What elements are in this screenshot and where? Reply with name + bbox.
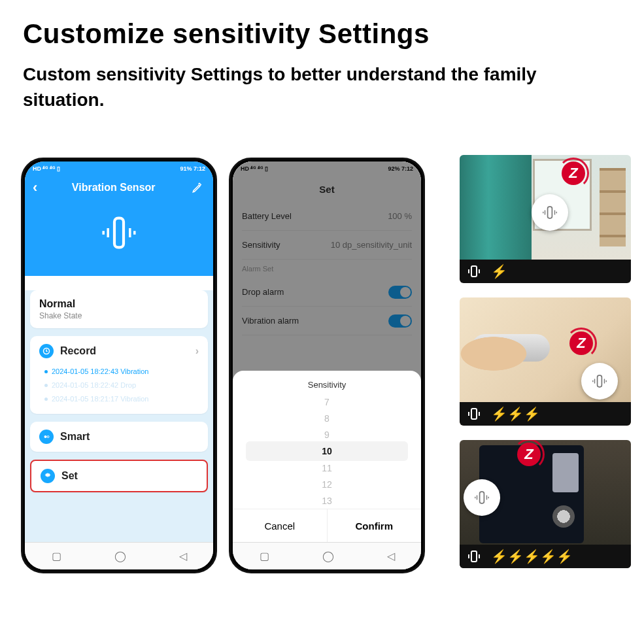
status-left: HD ⁴ᴳ ⁴ᴳ ▯ bbox=[33, 165, 60, 172]
scene-tile-door: Z ⚡⚡⚡ bbox=[460, 297, 631, 426]
page-title: Vibration Sensor bbox=[72, 182, 156, 194]
svg-rect-30 bbox=[471, 551, 477, 562]
state-value: Normal bbox=[39, 298, 199, 310]
state-label: Shake State bbox=[39, 311, 199, 320]
picker-option[interactable]: 13 bbox=[233, 492, 421, 509]
chevron-right-icon: › bbox=[195, 345, 199, 357]
bolt-icon: ⚡ bbox=[491, 264, 507, 279]
android-navbar[interactable]: ▢ ◯ ◁ bbox=[233, 542, 421, 569]
android-navbar[interactable]: ▢ ◯ ◁ bbox=[25, 542, 213, 569]
vibration-sensor-icon bbox=[464, 479, 500, 516]
bolt-row: ⚡ bbox=[491, 263, 507, 279]
nav-back-icon[interactable]: ◁ bbox=[179, 550, 187, 562]
status-right: 91% 7:12 bbox=[180, 165, 205, 172]
svg-point-7 bbox=[47, 436, 49, 438]
svg-point-6 bbox=[44, 435, 47, 438]
record-label: Record bbox=[60, 345, 96, 357]
vibration-line-icon bbox=[466, 549, 482, 564]
state-card: Normal Shake State bbox=[30, 290, 208, 328]
svg-rect-9 bbox=[548, 207, 552, 219]
hero-subtitle: Custom sensitivity Settings to better un… bbox=[23, 61, 621, 112]
vibration-sensor-icon bbox=[581, 363, 618, 399]
picker-option[interactable]: 8 bbox=[233, 411, 421, 427]
sensitivity-picker[interactable]: 78910111213 bbox=[233, 394, 421, 509]
bolt-icon: ⚡ bbox=[507, 407, 524, 421]
bolt-icon: ⚡ bbox=[507, 549, 524, 564]
nav-home-icon[interactable]: ◯ bbox=[114, 550, 126, 562]
svg-rect-17 bbox=[598, 376, 602, 388]
smart-card[interactable]: Smart bbox=[30, 422, 208, 452]
bolt-row: ⚡⚡⚡⚡⚡ bbox=[491, 549, 573, 564]
vibration-sensor-icon bbox=[532, 194, 568, 231]
hero-title: Customize sensitivity Settings bbox=[23, 18, 621, 50]
set-card[interactable]: Set bbox=[30, 460, 208, 492]
bolt-row: ⚡⚡⚡ bbox=[491, 406, 540, 422]
record-list: 2024-01-05 18:22:43 Vibration2024-01-05 … bbox=[44, 365, 199, 406]
record-item: 2024-01-05 18:21:17 Vibration bbox=[44, 392, 199, 406]
nav-home-icon[interactable]: ◯ bbox=[322, 550, 334, 562]
vibration-line-icon bbox=[466, 406, 482, 422]
svg-rect-25 bbox=[480, 492, 484, 504]
record-card[interactable]: Record › 2024-01-05 18:22:43 Vibration20… bbox=[30, 336, 208, 414]
bolt-icon: ⚡ bbox=[524, 549, 540, 564]
cancel-button[interactable]: Cancel bbox=[233, 509, 327, 542]
bolt-icon: ⚡ bbox=[491, 407, 507, 421]
nav-back-icon[interactable]: ◁ bbox=[387, 550, 395, 562]
bolt-icon: ⚡ bbox=[540, 549, 556, 564]
scene-tile-safe: Z ⚡⚡⚡⚡⚡ bbox=[460, 440, 631, 568]
phone-main-screen: HD ⁴ᴳ ⁴ᴳ ▯ 91% 7:12 ‹ Vibration Sensor N… bbox=[21, 158, 217, 573]
bolt-icon: ⚡ bbox=[491, 549, 507, 564]
picker-option[interactable]: 9 bbox=[233, 427, 421, 443]
picker-option[interactable]: 10 bbox=[233, 443, 421, 460]
record-item: 2024-01-05 18:22:43 Vibration bbox=[44, 365, 199, 379]
picker-option[interactable]: 7 bbox=[233, 394, 421, 410]
bolt-icon: ⚡ bbox=[524, 407, 540, 421]
sheet-title: Sensitivity bbox=[233, 371, 421, 394]
confirm-button[interactable]: Confirm bbox=[327, 509, 422, 542]
svg-rect-0 bbox=[114, 218, 124, 248]
scene-tile-curtain: Z ⚡ bbox=[460, 155, 631, 283]
sensitivity-sheet: Sensitivity 78910111213 Cancel Confirm bbox=[233, 371, 421, 542]
svg-rect-14 bbox=[471, 266, 477, 277]
back-icon[interactable]: ‹ bbox=[33, 180, 37, 195]
nav-recent-icon[interactable]: ▢ bbox=[52, 550, 61, 562]
smart-icon bbox=[39, 430, 54, 444]
gear-icon bbox=[41, 469, 55, 483]
nav-recent-icon[interactable]: ▢ bbox=[260, 550, 269, 562]
device-icon bbox=[25, 210, 213, 258]
edit-icon[interactable] bbox=[190, 180, 205, 195]
vibration-line-icon bbox=[466, 263, 482, 279]
svg-rect-22 bbox=[471, 409, 477, 419]
set-label: Set bbox=[61, 470, 78, 482]
record-item: 2024-01-05 18:22:42 Drop bbox=[44, 379, 199, 392]
scene-tiles: Z ⚡ Z ⚡⚡⚡ bbox=[460, 155, 631, 568]
clock-icon bbox=[39, 344, 54, 358]
picker-option[interactable]: 12 bbox=[233, 476, 421, 492]
phone-set-screen: HD ⁴ᴳ ⁴ᴳ ▯ 92% 7:12 Set Battery Level 10… bbox=[229, 158, 425, 573]
bolt-icon: ⚡ bbox=[556, 549, 573, 564]
picker-option[interactable]: 11 bbox=[233, 460, 421, 476]
smart-label: Smart bbox=[60, 431, 90, 443]
